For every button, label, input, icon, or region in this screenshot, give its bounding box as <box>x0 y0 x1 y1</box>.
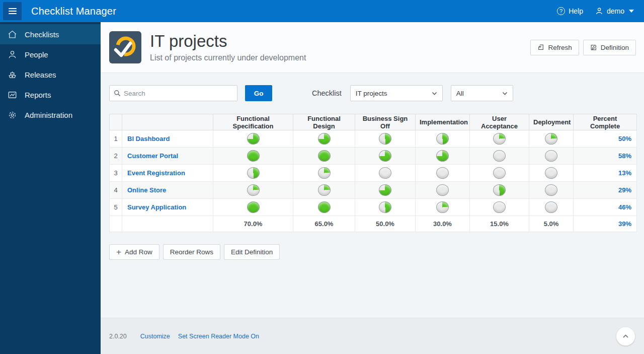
stage-pie <box>247 201 260 213</box>
checklist-select-value: IT projects <box>356 90 387 97</box>
stage-cell <box>213 182 293 199</box>
stage-pie <box>493 133 506 145</box>
col-header-functional-specification: Functional Specification <box>213 114 293 130</box>
sidebar-item-administration[interactable]: Administration <box>0 105 101 125</box>
sidebar-item-checklists[interactable]: Checklists <box>0 24 101 44</box>
search-box <box>109 85 237 101</box>
scope-select[interactable]: All <box>451 85 513 101</box>
customize-link[interactable]: Customize <box>140 333 170 340</box>
table-header-row: Functional Specification Functional Desi… <box>110 114 637 130</box>
edit-definition-button[interactable]: Edit Definition <box>224 244 280 260</box>
stage-pie <box>545 167 557 179</box>
row-percent-link[interactable]: 13% <box>618 169 631 177</box>
person-icon <box>8 50 17 59</box>
stage-pie <box>493 184 506 196</box>
refresh-button[interactable]: Refresh <box>530 40 579 55</box>
hamburger-menu-icon[interactable] <box>3 2 22 20</box>
col-header-percent-complete: Percent Complete <box>574 114 637 130</box>
stage-cell <box>416 182 470 199</box>
col-header-name <box>122 114 213 130</box>
stage-cell <box>293 130 355 148</box>
row-number: 1 <box>110 130 122 148</box>
reorder-rows-button[interactable]: Reorder Rows <box>163 244 220 260</box>
stage-pie <box>436 150 449 162</box>
stage-cell <box>213 130 293 148</box>
stage-cell <box>416 165 470 182</box>
sidebar-item-releases[interactable]: Releases <box>0 64 101 85</box>
project-link[interactable]: Survey Application <box>127 203 186 211</box>
help-link[interactable]: ? Help <box>557 7 583 15</box>
search-input[interactable] <box>124 90 233 97</box>
table-row: 1 BI Dashboard 50% <box>110 130 637 148</box>
stage-cell <box>213 148 293 165</box>
row-number: 2 <box>110 148 122 165</box>
row-percent-link[interactable]: 58% <box>618 152 631 160</box>
stage-cell <box>470 130 529 148</box>
stage-pie <box>436 167 449 179</box>
total-percent: 39% <box>618 220 631 228</box>
screen-reader-link[interactable]: Set Screen Reader Mode On <box>178 333 259 340</box>
stage-pie <box>545 201 557 213</box>
stage-pie <box>318 133 331 145</box>
stage-cell <box>355 130 416 148</box>
stage-pie <box>379 184 391 196</box>
scope-select-value: All <box>456 90 464 97</box>
gear-icon <box>8 110 17 120</box>
sidebar-item-reports[interactable]: Reports <box>0 85 101 105</box>
chevron-down-icon <box>629 10 634 13</box>
checklist-select[interactable]: IT projects <box>350 85 443 101</box>
stage-pie <box>379 167 391 179</box>
total-functional-design: 65.0% <box>293 216 355 232</box>
page-title: IT projects <box>150 32 306 50</box>
stage-pie <box>379 150 391 162</box>
stage-pie <box>493 201 506 213</box>
row-percent-link[interactable]: 29% <box>618 186 631 194</box>
add-row-button[interactable]: + Add Row <box>109 244 159 260</box>
stage-cell <box>416 148 470 165</box>
ship-icon <box>8 70 17 80</box>
project-link[interactable]: Event Registration <box>127 169 185 177</box>
version-label: 2.0.20 <box>109 333 127 340</box>
total-functional-specification: 70.0% <box>213 216 293 232</box>
stage-cell <box>470 165 529 182</box>
scroll-to-top-button[interactable] <box>616 327 635 345</box>
sidebar: Checklists People Releases Reports Admin… <box>0 22 101 354</box>
total-business-sign-off: 50.0% <box>355 216 416 232</box>
stage-pie <box>247 167 260 179</box>
sidebar-item-people[interactable]: People <box>0 44 101 64</box>
app-title: Checklist Manager <box>31 6 116 17</box>
total-implementation: 30.0% <box>416 216 470 232</box>
table-row: 2 Customer Portal 58% <box>110 148 637 165</box>
stage-cell <box>213 199 293 216</box>
total-user-acceptance: 15.0% <box>470 216 529 232</box>
stage-cell <box>529 130 574 148</box>
go-button[interactable]: Go <box>245 85 272 101</box>
stage-cell <box>416 199 470 216</box>
user-label: demo <box>607 7 624 15</box>
definition-button[interactable]: Definition <box>583 40 636 55</box>
page-subtitle: List of projects currently under develop… <box>150 53 306 62</box>
stage-cell <box>470 182 529 199</box>
stage-cell <box>529 182 574 199</box>
row-number: 3 <box>110 165 122 182</box>
row-percent-link[interactable]: 50% <box>618 135 631 143</box>
project-link[interactable]: Customer Portal <box>127 152 178 160</box>
row-number: 5 <box>110 199 122 216</box>
project-link[interactable]: BI Dashboard <box>127 135 170 143</box>
stage-pie <box>379 133 391 145</box>
stage-cell <box>416 130 470 148</box>
stage-pie <box>436 184 449 196</box>
refresh-icon <box>537 44 544 51</box>
row-percent-link[interactable]: 46% <box>618 203 631 211</box>
user-menu[interactable]: demo <box>595 7 634 15</box>
stage-pie <box>247 150 260 162</box>
col-header-functional-design: Functional Design <box>293 114 355 130</box>
chevron-down-icon <box>432 91 437 96</box>
stage-cell <box>529 148 574 165</box>
stage-cell <box>293 165 355 182</box>
page-footer: 2.0.20 Customize Set Screen Reader Mode … <box>101 318 644 354</box>
project-link[interactable]: Online Store <box>127 186 166 194</box>
total-deployment: 5.0% <box>529 216 574 232</box>
table-actions: + Add Row Reorder Rows Edit Definition <box>109 244 636 260</box>
stage-cell <box>470 199 529 216</box>
